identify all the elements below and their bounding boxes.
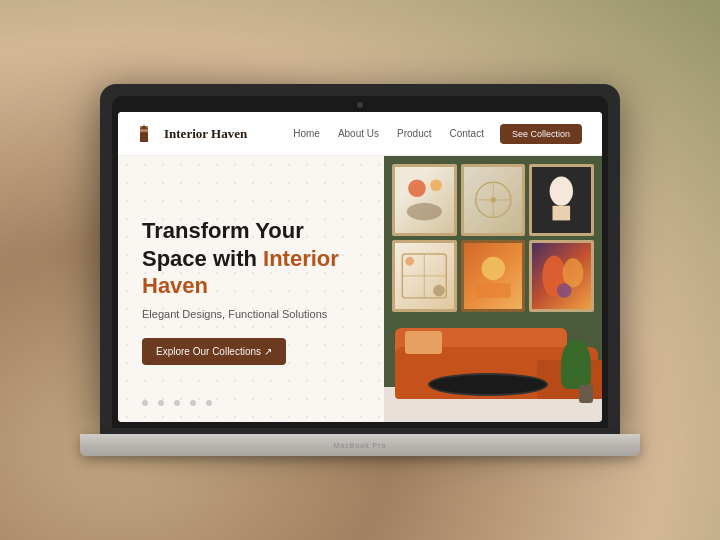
website: Interior Haven Home About Us Product Con… (118, 112, 602, 422)
hero-title: Transform Your Space with Interior Haven (142, 217, 360, 300)
hero-right-panel (384, 156, 602, 422)
svg-point-17 (481, 257, 504, 280)
frame-5 (461, 240, 526, 312)
coffee-table (428, 373, 548, 396)
frame-3 (529, 164, 594, 236)
sofa-cushion (405, 331, 441, 354)
nav-home[interactable]: Home (293, 128, 320, 139)
plant (569, 328, 602, 422)
laptop-model-label: MacBook Pro (333, 442, 386, 449)
hero-cta-button[interactable]: Explore Our Collections ↗ (142, 338, 286, 365)
logo-icon (138, 124, 158, 144)
frame-4 (392, 240, 457, 312)
svg-point-10 (550, 176, 573, 205)
frame-2 (461, 164, 526, 236)
dot-decoration (142, 400, 212, 406)
svg-point-4 (430, 179, 442, 191)
svg-point-5 (407, 203, 442, 221)
logo-text: Interior Haven (164, 126, 247, 142)
hero-subtitle: Elegant Designs, Functional Solutions (142, 308, 360, 320)
nav-contact[interactable]: Contact (449, 128, 483, 139)
nav-about[interactable]: About Us (338, 128, 379, 139)
svg-rect-11 (553, 206, 571, 221)
dot-1 (142, 400, 148, 406)
frame-1 (392, 164, 457, 236)
dot-4 (190, 400, 196, 406)
svg-point-3 (408, 179, 426, 197)
logo-area: Interior Haven (138, 124, 247, 144)
frame-6 (529, 240, 594, 312)
camera-dot (357, 102, 363, 108)
svg-point-16 (433, 284, 445, 296)
svg-point-15 (405, 257, 414, 266)
plant-pot (579, 385, 593, 403)
nav-cta-button[interactable]: See Collection (500, 124, 582, 144)
navbar: Interior Haven Home About Us Product Con… (118, 112, 602, 156)
laptop-screen: Interior Haven Home About Us Product Con… (118, 112, 602, 422)
hero-title-line1: Transform Your (142, 218, 304, 243)
svg-point-21 (557, 283, 572, 298)
dot-3 (174, 400, 180, 406)
laptop-base: MacBook Pro (80, 434, 640, 456)
dot-2 (158, 400, 164, 406)
nav-links: Home About Us Product Contact (293, 128, 484, 139)
svg-rect-0 (140, 132, 148, 142)
svg-rect-18 (476, 283, 511, 298)
laptop-mockup: Interior Haven Home About Us Product Con… (80, 84, 640, 456)
hero-title-line2: Space with Interior Haven (142, 246, 339, 299)
hero-section: Transform Your Space with Interior Haven… (118, 156, 602, 422)
nav-product[interactable]: Product (397, 128, 431, 139)
sofa-scene (384, 305, 602, 422)
hero-left-panel: Transform Your Space with Interior Haven… (118, 156, 384, 422)
gallery-wall (384, 156, 602, 316)
plant-leaves (561, 339, 591, 389)
laptop-screen-outer: Interior Haven Home About Us Product Con… (100, 84, 620, 434)
svg-point-20 (563, 258, 584, 287)
screen-bezel: Interior Haven Home About Us Product Con… (112, 96, 608, 428)
dot-5 (206, 400, 212, 406)
